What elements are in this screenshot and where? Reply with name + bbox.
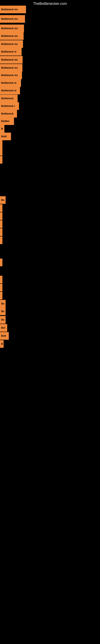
bar-label-7: Bottleneck res [1, 66, 18, 69]
bar-item-34: Bott [0, 332, 9, 340]
bar-item-13: Bottleneck [0, 110, 17, 118]
bar-30: Bo [0, 300, 6, 308]
bar-label-14: Bottlen [1, 120, 9, 122]
bar-item-29 [0, 292, 2, 300]
bar-item-5: Bottleneck re [0, 48, 22, 56]
bar-17 [0, 140, 2, 148]
bar-item-1: Bottleneck res [0, 15, 25, 23]
bar-label-30: Bo [1, 302, 4, 305]
bar-label-10: Bottleneck re [1, 89, 16, 92]
bar-item-15: B [0, 125, 4, 132]
bar-13: Bottleneck [0, 110, 17, 118]
bar-32: Bo [0, 316, 6, 324]
bar-label-2: Bottleneck res [1, 27, 18, 30]
bar-33: Bot [0, 324, 7, 332]
bar-2: Bottleneck res [0, 24, 24, 32]
bar-item-32: Bo [0, 316, 6, 324]
bar-7: Bottleneck res [0, 64, 22, 72]
bar-item-4: Bottleneck res [0, 40, 23, 48]
bar-label-34: Bott [1, 334, 6, 337]
bar-3: Bottleneck res [0, 32, 24, 40]
bar-item-10: Bottleneck re [0, 87, 20, 94]
bar-item-21 [0, 204, 2, 212]
bar-item-28 [0, 284, 2, 292]
bar-0: Bottleneck res [0, 6, 26, 13]
bar-11: Bottleneck [0, 94, 18, 102]
bar-label-20: Bo [1, 199, 4, 202]
bar-27 [0, 276, 2, 283]
bar-label-8: Bottleneck res [1, 74, 18, 77]
bar-label-5: Bottleneck re [1, 50, 16, 53]
bar-9: Bottleneck re [0, 79, 21, 87]
bar-item-11: Bottleneck [0, 94, 18, 102]
bar-23 [0, 220, 2, 228]
bar-label-13: Bottleneck [1, 112, 13, 115]
bar-item-14: Bottlen [0, 117, 14, 125]
bar-22 [0, 212, 2, 220]
bar-item-3: Bottleneck res [0, 32, 24, 40]
bar-34: Bott [0, 332, 9, 340]
bar-item-25 [0, 236, 2, 244]
bar-item-19 [0, 156, 2, 164]
bar-item-17 [0, 140, 2, 148]
bar-19 [0, 156, 2, 164]
bar-label-6: Bottleneck res [1, 58, 18, 61]
bar-25 [0, 236, 2, 244]
bar-label-0: Bottleneck res [1, 8, 18, 11]
bar-29 [0, 292, 2, 300]
bar-label-3: Bottleneck res [1, 34, 18, 38]
bar-item-33: Bot [0, 324, 7, 332]
bar-10: Bottleneck re [0, 87, 20, 94]
bar-item-23 [0, 220, 2, 228]
bar-18 [0, 148, 2, 156]
bar-24 [0, 228, 2, 236]
bar-4: Bottleneck res [0, 40, 23, 48]
bar-label-33: Bot [1, 326, 5, 329]
bar-item-8: Bottleneck res [0, 72, 22, 79]
bar-8: Bottleneck res [0, 72, 22, 79]
bar-label-31: Bo [1, 310, 4, 313]
bar-14: Bottlen [0, 117, 14, 125]
bar-label-35: B [1, 342, 3, 345]
bar-28 [0, 284, 2, 292]
bar-item-16: Bottl [0, 132, 11, 140]
bar-item-9: Bottleneck re [0, 79, 21, 87]
bar-item-6: Bottleneck res [0, 56, 23, 64]
bar-12: Bottleneck r [0, 102, 19, 110]
bar-item-20: Bo [0, 196, 6, 204]
bar-item-7: Bottleneck res [0, 64, 22, 72]
bar-item-30: Bo [0, 300, 6, 308]
bar-15: B [0, 125, 4, 132]
bar-31: Bo [0, 308, 6, 315]
bar-label-4: Bottleneck res [1, 43, 18, 46]
bar-label-11: Bottleneck [1, 97, 13, 100]
bar-label-12: Bottleneck r [1, 105, 15, 108]
bar-26 [0, 258, 2, 266]
bar-6: Bottleneck res [0, 56, 23, 64]
bar-35: B [0, 340, 3, 348]
bar-item-12: Bottleneck r [0, 102, 19, 110]
bar-item-18 [0, 148, 2, 156]
bar-item-22 [0, 212, 2, 220]
bar-16: Bottl [0, 132, 11, 140]
bar-item-24 [0, 228, 2, 236]
bar-20: Bo [0, 196, 6, 204]
bar-label-16: Bottl [1, 135, 7, 138]
bar-item-27 [0, 276, 2, 283]
bar-item-26 [0, 258, 2, 266]
bar-label-15: B [1, 128, 3, 130]
bar-item-0: Bottleneck res [0, 6, 26, 13]
bar-21 [0, 204, 2, 212]
bar-item-35: B [0, 340, 3, 348]
bar-label-9: Bottleneck re [1, 82, 16, 84]
bar-5: Bottleneck re [0, 48, 22, 56]
bar-label-1: Bottleneck res [1, 18, 18, 20]
bar-item-31: Bo [0, 308, 6, 315]
bar-item-2: Bottleneck res [0, 24, 24, 32]
bar-1: Bottleneck res [0, 15, 25, 23]
bar-label-32: Bo [1, 318, 4, 321]
